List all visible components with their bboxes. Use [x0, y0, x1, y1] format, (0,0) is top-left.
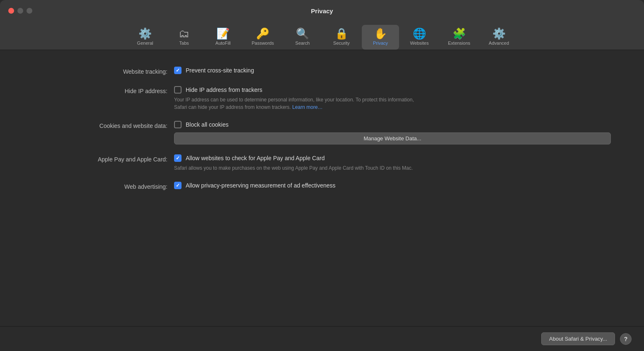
passwords-icon: 🔑 [256, 28, 269, 39]
autofill-icon: 📝 [216, 28, 230, 39]
search-icon: 🔍 [296, 28, 309, 39]
tab-tabs-label: Tabs [179, 41, 189, 46]
website-tracking-checkbox[interactable] [174, 67, 182, 74]
tab-extensions-label: Extensions [448, 41, 470, 46]
tab-websites-label: Websites [410, 41, 429, 46]
learn-more-link[interactable]: Learn more… [292, 104, 322, 110]
about-safari-privacy-button[interactable]: About Safari & Privacy... [541, 332, 615, 345]
tab-security-label: Security [333, 41, 350, 46]
tab-tabs[interactable]: 🗂 Tabs [165, 25, 203, 50]
general-icon: ⚙️ [138, 28, 152, 39]
web-advertising-row: Web advertising: Allow privacy-preservin… [33, 182, 611, 191]
hide-ip-checkbox[interactable] [174, 86, 182, 94]
tab-security[interactable]: 🔒 Security [323, 25, 360, 50]
tab-search[interactable]: 🔍 Search [284, 25, 321, 50]
hide-ip-checkbox-label: Hide IP address from trackers [186, 87, 262, 93]
privacy-icon: ✋ [374, 28, 387, 39]
window-controls [8, 8, 32, 14]
tab-general[interactable]: ⚙️ General [126, 25, 164, 50]
web-advertising-checkbox-row: Allow privacy-preserving measurement of … [174, 182, 611, 189]
tab-passwords-label: Passwords [252, 41, 274, 46]
cookies-checkbox[interactable] [174, 121, 182, 128]
minimize-button[interactable] [17, 8, 23, 14]
website-tracking-row: Website tracking: Prevent cross-site tra… [33, 67, 611, 76]
apple-pay-label: Apple Pay and Apple Card: [33, 154, 174, 164]
hide-ip-row: Hide IP address: Hide IP address from tr… [33, 86, 611, 111]
apple-pay-control: Allow websites to check for Apple Pay an… [174, 154, 611, 172]
web-advertising-checkbox[interactable] [174, 182, 182, 189]
advanced-icon: ⚙️ [492, 28, 506, 39]
tabs-icon: 🗂 [179, 28, 189, 39]
tab-privacy[interactable]: ✋ Privacy [362, 25, 399, 50]
website-tracking-label: Website tracking: [33, 67, 174, 76]
cookies-checkbox-row: Block all cookies [174, 121, 611, 128]
tab-advanced-label: Advanced [489, 41, 509, 46]
website-tracking-checkbox-row: Prevent cross-site tracking [174, 67, 611, 74]
website-tracking-checkbox-label: Prevent cross-site tracking [186, 67, 254, 74]
hide-ip-label: Hide IP address: [33, 86, 174, 96]
web-advertising-label: Web advertising: [33, 182, 174, 191]
hide-ip-control: Hide IP address from trackers Your IP ad… [174, 86, 611, 111]
cookies-row: Cookies and website data: Block all cook… [33, 121, 611, 144]
tab-general-label: General [137, 41, 153, 46]
close-button[interactable] [8, 8, 14, 14]
maximize-button[interactable] [27, 8, 32, 14]
tab-extensions[interactable]: 🧩 Extensions [440, 25, 479, 50]
security-icon: 🔒 [335, 28, 348, 39]
apple-pay-checkbox[interactable] [174, 154, 182, 162]
apple-pay-checkbox-label: Allow websites to check for Apple Pay an… [186, 155, 324, 161]
cookies-checkbox-label: Block all cookies [186, 121, 229, 128]
tab-advanced[interactable]: ⚙️ Advanced [480, 25, 518, 50]
extensions-icon: 🧩 [453, 28, 466, 39]
websites-icon: 🌐 [413, 28, 426, 39]
hide-ip-checkbox-row: Hide IP address from trackers [174, 86, 611, 94]
manage-website-data-button[interactable]: Manage Website Data... [174, 132, 611, 144]
apple-pay-row: Apple Pay and Apple Card: Allow websites… [33, 154, 611, 172]
help-button[interactable]: ? [620, 333, 632, 345]
website-tracking-control: Prevent cross-site tracking [174, 67, 611, 74]
footer: About Safari & Privacy... ? [0, 326, 644, 351]
tab-search-label: Search [295, 41, 310, 46]
window-title: Privacy [311, 7, 333, 14]
tab-autofill[interactable]: 📝 AutoFill [204, 25, 242, 50]
tab-passwords[interactable]: 🔑 Passwords [243, 25, 282, 50]
cookies-control: Block all cookies Manage Website Data... [174, 121, 611, 144]
tab-privacy-label: Privacy [373, 41, 388, 46]
tab-autofill-label: AutoFill [215, 41, 231, 46]
web-advertising-checkbox-label: Allow privacy-preserving measurement of … [186, 182, 336, 189]
title-bar: Privacy [0, 0, 644, 22]
toolbar: ⚙️ General 🗂 Tabs 📝 AutoFill 🔑 Passwords… [0, 22, 644, 50]
web-advertising-control: Allow privacy-preserving measurement of … [174, 182, 611, 189]
main-content: Website tracking: Prevent cross-site tra… [0, 50, 644, 334]
apple-pay-helper: Safari allows you to make purchases on t… [174, 164, 423, 172]
cookies-label: Cookies and website data: [33, 121, 174, 130]
apple-pay-checkbox-row: Allow websites to check for Apple Pay an… [174, 154, 611, 162]
tab-websites[interactable]: 🌐 Websites [401, 25, 438, 50]
hide-ip-helper: Your IP address can be used to determine… [174, 96, 423, 111]
